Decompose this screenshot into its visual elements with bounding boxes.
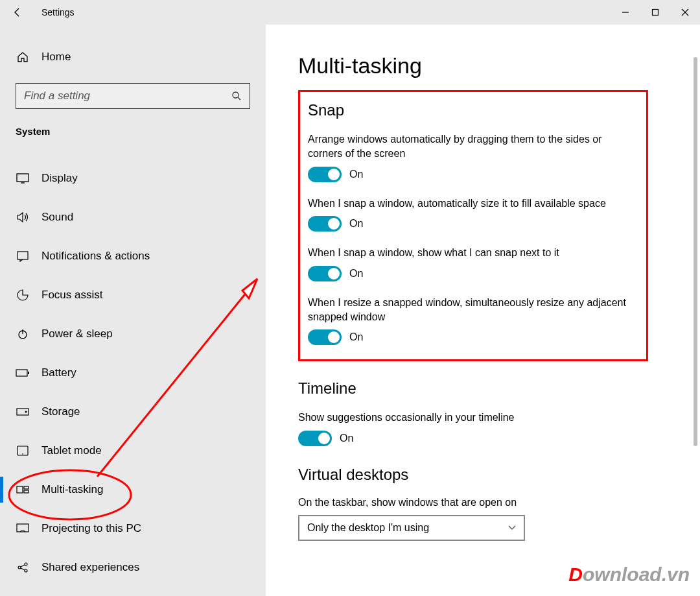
snap-toggle-2[interactable]: [308, 266, 342, 281]
vd-dropdown[interactable]: Only the desktop I'm using: [298, 515, 525, 541]
watermark-rest: ownload.vn: [583, 564, 690, 585]
svg-point-12: [25, 411, 27, 413]
svg-rect-10: [28, 372, 29, 374]
close-button[interactable]: [670, 2, 700, 23]
content-pane: Multi-tasking Snap Arrange windows autom…: [266, 25, 700, 596]
scrollbar-thumb[interactable]: [694, 57, 697, 446]
nav-label: Notifications & actions: [41, 250, 150, 263]
nav-focus-assist[interactable]: Focus assist: [0, 276, 266, 315]
timeline-setting: Show suggestions occasionally in your ti…: [298, 411, 648, 446]
svg-rect-17: [24, 490, 29, 493]
snap-toggle-3[interactable]: [308, 329, 342, 345]
svg-point-20: [25, 563, 27, 566]
section-label: System: [0, 126, 266, 137]
snap-heading: Snap: [308, 101, 638, 119]
timeline-heading: Timeline: [298, 379, 648, 398]
nav-tablet-mode[interactable]: Tablet mode: [0, 431, 266, 470]
snap-toggle-0[interactable]: [308, 167, 342, 182]
multitasking-icon: [16, 484, 30, 495]
snap-desc-2: When I snap a window, show what I can sn…: [308, 246, 638, 260]
back-button[interactable]: [6, 1, 29, 23]
nav-label: Projecting to this PC: [41, 522, 141, 535]
home-button[interactable]: Home: [0, 43, 266, 71]
snap-setting-2: When I snap a window, show what I can sn…: [308, 246, 638, 281]
battery-icon: [16, 368, 30, 377]
page-title: Multi-tasking: [298, 53, 648, 78]
nav-display[interactable]: Display: [0, 159, 266, 198]
snap-toggle-label-2: On: [349, 268, 363, 280]
svg-rect-1: [653, 10, 659, 16]
snap-setting-3: When I resize a snapped window, simultan…: [308, 296, 638, 346]
nav-label: Focus assist: [41, 289, 102, 302]
storage-icon: [16, 407, 30, 416]
svg-rect-6: [18, 252, 28, 259]
shared-icon: [16, 562, 30, 573]
nav-label: Shared experiences: [41, 561, 139, 574]
nav-label: Sound: [41, 211, 73, 224]
watermark-d: D: [568, 564, 583, 585]
nav-notifications[interactable]: Notifications & actions: [0, 237, 266, 276]
maximize-button[interactable]: [640, 2, 670, 23]
display-icon: [16, 173, 30, 184]
nav-shared-experiences[interactable]: Shared experiences: [0, 548, 266, 587]
nav-label: Tablet mode: [41, 444, 102, 457]
sidebar: Home System Display Sound: [0, 25, 266, 596]
svg-line-22: [21, 565, 25, 567]
minimize-button[interactable]: [611, 2, 640, 23]
nav-sound[interactable]: Sound: [0, 198, 266, 237]
timeline-toggle[interactable]: [298, 431, 332, 446]
home-label: Home: [41, 51, 71, 64]
snap-section-highlight: Snap Arrange windows automatically by dr…: [298, 90, 648, 361]
notifications-icon: [16, 250, 30, 262]
svg-point-2: [233, 92, 239, 98]
svg-line-23: [21, 568, 25, 570]
focus-assist-icon: [16, 289, 30, 301]
virtual-desktops-section: Virtual desktops On the taskbar, show wi…: [298, 466, 648, 541]
app-title: Settings: [41, 7, 75, 18]
svg-point-21: [25, 569, 27, 572]
svg-rect-15: [17, 486, 23, 493]
watermark: Download.vn: [568, 564, 690, 586]
svg-rect-4: [17, 174, 29, 182]
snap-toggle-label-1: On: [349, 218, 363, 230]
snap-toggle-1[interactable]: [308, 216, 342, 232]
nav-label: Power & sleep: [41, 328, 113, 340]
search-input[interactable]: [24, 89, 231, 102]
svg-point-19: [18, 566, 21, 569]
power-icon: [16, 328, 30, 340]
svg-line-3: [238, 97, 240, 100]
svg-rect-18: [17, 524, 29, 532]
nav-label: Multi-tasking: [41, 483, 103, 496]
timeline-section: Timeline Show suggestions occasionally i…: [298, 379, 648, 446]
nav-projecting[interactable]: Projecting to this PC: [0, 509, 266, 548]
timeline-desc: Show suggestions occasionally in your ti…: [298, 411, 648, 425]
vd-selected: Only the desktop I'm using: [307, 522, 508, 534]
snap-setting-0: Arrange windows automatically by draggin…: [308, 132, 638, 182]
nav-multi-tasking[interactable]: Multi-tasking: [0, 470, 266, 509]
titlebar: Settings: [0, 0, 700, 25]
chevron-down-icon: [508, 525, 516, 530]
snap-desc-0: Arrange windows automatically by draggin…: [308, 132, 638, 161]
window-controls: [611, 2, 700, 23]
snap-setting-1: When I snap a window, automatically size…: [308, 197, 638, 232]
nav-label: Battery: [41, 366, 76, 379]
sound-icon: [16, 212, 30, 222]
snap-toggle-label-3: On: [349, 331, 363, 343]
nav-label: Display: [41, 172, 78, 185]
nav-label: Storage: [41, 405, 80, 418]
vd-heading: Virtual desktops: [298, 466, 648, 484]
nav-storage[interactable]: Storage: [0, 392, 266, 431]
snap-desc-1: When I snap a window, automatically size…: [308, 197, 638, 211]
projecting-icon: [16, 523, 30, 534]
nav-battery[interactable]: Battery: [0, 353, 266, 392]
tablet-icon: [16, 446, 30, 456]
snap-desc-3: When I resize a snapped window, simultan…: [308, 296, 638, 325]
nav-list: Display Sound Notifications & actions Fo…: [0, 159, 266, 587]
snap-toggle-label-0: On: [349, 169, 363, 180]
svg-rect-16: [24, 486, 29, 489]
timeline-toggle-label: On: [340, 433, 353, 444]
search-input-wrapper[interactable]: [16, 83, 250, 109]
nav-power-sleep[interactable]: Power & sleep: [0, 315, 266, 353]
home-icon: [16, 51, 30, 64]
vd-label: On the taskbar, show windows that are op…: [298, 497, 648, 508]
